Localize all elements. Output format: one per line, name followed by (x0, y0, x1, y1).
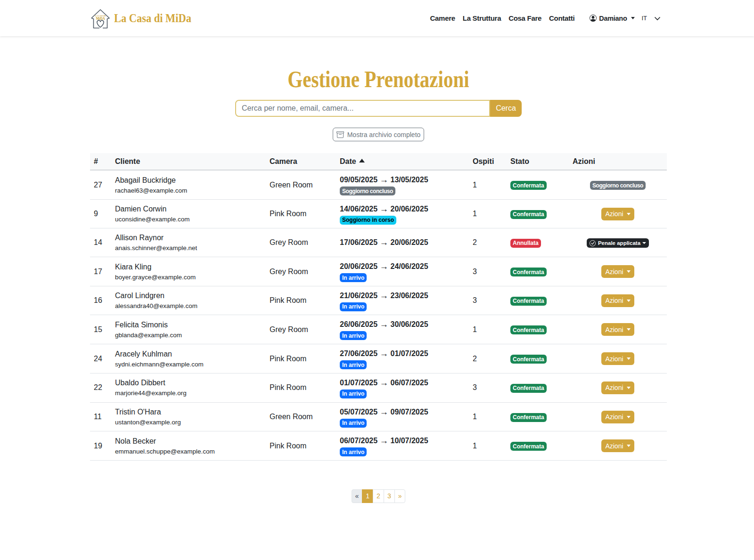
svg-text:MiDA: MiDA (96, 17, 105, 21)
